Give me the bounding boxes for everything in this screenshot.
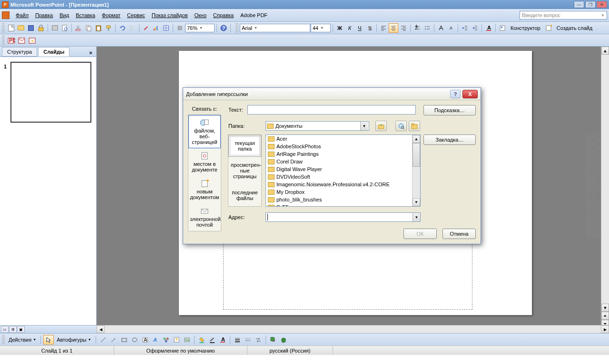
diagram-tool[interactable] [161,335,171,345]
undo-button[interactable] [118,23,127,33]
actions-menu[interactable]: Действия▼ [7,337,38,343]
file-list[interactable]: AcerAdobeStockPhotosArtRage PaintingsCor… [265,134,421,207]
italic-button[interactable]: К [345,23,354,33]
menu-format[interactable]: Формат [98,11,124,19]
designer-button[interactable]: Конструктор [508,25,543,31]
bullet-list-button[interactable] [422,23,432,33]
scroll-up-button[interactable]: ▲ [413,135,420,143]
dialog-close-button[interactable]: X [462,90,478,98]
redo-button[interactable] [128,23,137,33]
font-color-tool[interactable]: A [218,335,227,345]
file-item[interactable]: Corel Draw [266,158,420,165]
autoshapes-menu[interactable]: Автофигуры▼ [55,337,93,343]
link-type-email[interactable]: электронной почтой [188,203,221,231]
save-button[interactable] [26,23,36,33]
horizontal-scrollbar[interactable]: ◀ ▶ [97,325,609,333]
normal-view-button[interactable]: ▭ [1,326,9,333]
minimize-button[interactable]: — [574,1,584,8]
menu-tools[interactable]: Сервис [124,11,148,19]
tab-outline[interactable]: Структура [2,47,37,57]
decrease-font-button[interactable]: A [446,23,456,33]
link-type-place[interactable]: местом в документе [188,148,221,176]
sorter-view-button[interactable]: ⊞ [9,326,17,333]
zoom-combo[interactable]: 76%▼ [185,24,215,32]
chevron-down-icon[interactable]: ▼ [413,213,420,221]
line-color-tool[interactable] [207,335,217,345]
toolbar-grip[interactable] [2,23,5,33]
tab-recent-files[interactable]: последние файлы [228,184,261,206]
picture-tool[interactable] [182,335,192,345]
link-type-newdoc[interactable]: ✦ новым документом [188,176,221,203]
folder-combo[interactable]: Документы ▼ [265,121,369,131]
align-right-button[interactable] [399,23,408,33]
pdf-convert-button[interactable]: PDF [7,36,16,45]
cancel-button[interactable]: Отмена [442,229,476,239]
oval-tool[interactable] [130,335,139,345]
pdf-review-button[interactable] [28,36,37,45]
slideshow-button[interactable]: ▣ [17,326,25,333]
newslide-icon[interactable]: ✦ [544,23,553,33]
tab-current-folder[interactable]: текущая папка [228,135,261,157]
rectangle-tool[interactable] [119,335,129,345]
dash-style-tool[interactable] [243,335,253,345]
close-button[interactable]: ✕ [597,1,607,8]
paste-button[interactable] [94,23,103,33]
fill-color-tool[interactable] [197,335,206,345]
menu-adobepdf[interactable]: Adobe PDF [237,11,271,19]
maximize-button[interactable]: ❐ [585,1,596,8]
font-color-button[interactable]: A [484,23,493,33]
file-item[interactable]: Acer [266,135,420,143]
toolbar-grip[interactable] [2,36,5,45]
scroll-down-button[interactable]: ▼ [413,198,420,206]
folder-up-button[interactable] [375,121,387,131]
arrow-style-tool[interactable] [254,335,263,345]
scroll-right-button[interactable]: ▶ [601,326,609,333]
scroll-thumb[interactable] [413,143,420,167]
menu-edit[interactable]: Правка [32,11,56,19]
menu-window[interactable]: Окно [191,11,210,19]
file-item[interactable]: ArtRage Paintings [266,150,420,158]
hint-button[interactable]: Подсказка… [423,105,476,115]
help-search-box[interactable]: Введите вопрос ▼ [520,11,607,19]
menu-view[interactable]: Вид [56,11,72,19]
format-painter-button[interactable] [104,23,113,33]
help-button[interactable]: ? [219,23,228,33]
textbox-tool[interactable]: A [140,335,150,345]
3d-tool[interactable] [279,335,288,345]
file-item[interactable]: Digital Wave Player [266,165,420,173]
chevron-down-icon[interactable]: ▼ [360,122,368,130]
menu-slideshow[interactable]: Показ слайдов [148,11,191,19]
dialog-help-button[interactable]: ? [450,90,461,98]
arrow-tool[interactable] [109,335,118,345]
address-input[interactable]: ▼ [265,212,421,222]
link-type-file[interactable]: файлом, веб-страницей [188,115,221,148]
close-pane-button[interactable]: × [88,49,94,57]
pdf-email-button[interactable] [17,36,27,45]
shadow-button[interactable]: S [365,23,374,33]
dialog-title-bar[interactable]: Добавление гиперссылки ? X [183,88,481,100]
menu-file[interactable]: Файл [12,11,32,19]
newslide-button[interactable]: Создать слайд [554,25,595,31]
file-item[interactable]: My Dropbox [266,188,420,196]
tab-slides[interactable]: Слайды [38,47,69,57]
permissions-button[interactable] [36,23,46,33]
font-combo[interactable]: Arial▼ [240,24,310,32]
scroll-up-button[interactable]: ▲ [601,47,609,55]
scroll-left-button[interactable]: ◀ [97,326,105,333]
scroll-down-button[interactable]: ▼ [601,304,609,312]
cut-button[interactable] [74,23,83,33]
file-item[interactable]: DVDVideoSoft [266,173,420,181]
align-left-button[interactable] [379,23,388,33]
file-item[interactable]: R-TT [266,203,420,207]
line-tool[interactable] [98,335,108,345]
toolbar-grip[interactable] [2,335,5,345]
grid-button[interactable] [175,23,185,33]
print-button[interactable] [50,23,59,33]
table-button[interactable] [161,23,171,33]
copy-button[interactable] [84,23,93,33]
menu-insert[interactable]: Вставка [72,11,98,19]
menu-help[interactable]: Справка [210,11,237,19]
clipart-tool[interactable] [172,335,181,345]
decrease-indent-button[interactable] [460,23,470,33]
toolbar-grip[interactable] [236,23,238,33]
